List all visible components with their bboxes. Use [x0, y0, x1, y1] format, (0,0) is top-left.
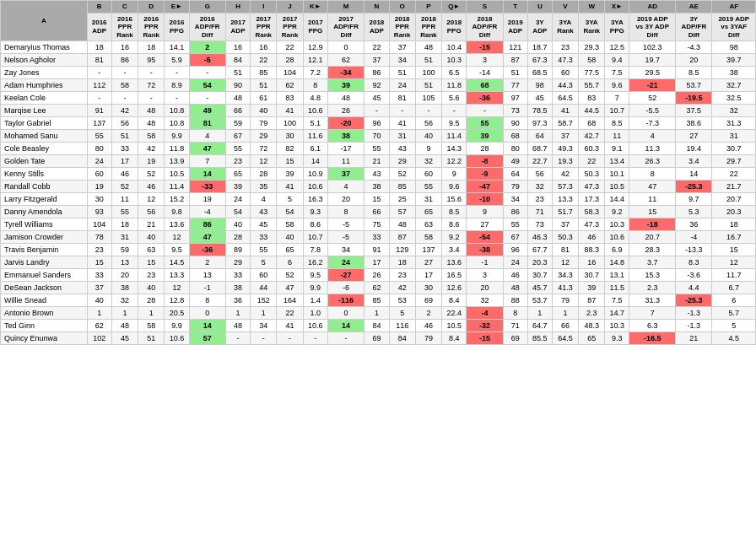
cell-x: 14.8 [605, 256, 629, 269]
cell-af: 4.5 [712, 332, 756, 345]
cell-ad: -21 [629, 79, 676, 92]
cell-n: 70 [364, 130, 389, 143]
cell-j: 47 [277, 282, 303, 294]
cell-e: - [165, 67, 189, 79]
col-b-label: 2016ADP [87, 13, 111, 41]
cell-j: 41 [277, 105, 303, 117]
cell-b: 80 [87, 143, 111, 155]
cell-o: 53 [389, 294, 415, 307]
cell-u: 46.3 [527, 231, 552, 244]
cell-d: 58 [138, 320, 165, 332]
cell-ae: 21 [676, 332, 712, 345]
cell-q: 5.6 [442, 92, 467, 105]
cell-e: - [165, 92, 189, 105]
cell-w: 47.3 [579, 181, 605, 193]
cell-t: 49 [503, 155, 527, 168]
cell-c: 48 [111, 320, 138, 332]
cell-c: 56 [111, 117, 138, 130]
cell-n: 85 [364, 294, 389, 307]
cell-k: 10.6 [303, 181, 327, 193]
cell-b: 18 [87, 41, 111, 54]
cell-d: 46 [138, 181, 165, 193]
cell-d: 95 [138, 54, 165, 67]
cell-c: 20 [111, 269, 138, 282]
cell-d: 72 [138, 79, 165, 92]
cell-e: 14.5 [165, 256, 189, 269]
cell-w: 30.7 [579, 269, 605, 282]
cell-c: 46 [111, 168, 138, 181]
player-name: Golden Tate [1, 155, 88, 168]
cell-o: 42 [389, 282, 415, 294]
cell-d: 40 [138, 231, 165, 244]
cell-ad: -18 [629, 218, 676, 231]
col-o-header: O [389, 1, 415, 13]
cell-u: 22.7 [527, 155, 552, 168]
player-name: Antonio Brown [1, 307, 88, 320]
cell-i: 4 [251, 193, 277, 206]
cell-af: 16.7 [712, 231, 756, 244]
cell-j: 22 [277, 41, 303, 54]
cell-af: 18 [712, 218, 756, 231]
cell-i: 44 [251, 282, 277, 294]
table-row: Travis Benjamin2359639.5-368955657.83491… [1, 244, 756, 256]
cell-s: 3 [467, 269, 503, 282]
cell-u: 64.7 [527, 320, 552, 332]
cell-n: 43 [364, 168, 389, 181]
cell-x: 10.7 [605, 105, 629, 117]
cell-x: 9.3 [605, 332, 629, 345]
cell-ad: 28.3 [629, 244, 676, 256]
table-row: Jamison Crowder783140124728334010.7-5338… [1, 231, 756, 244]
cell-q: 8.5 [442, 206, 467, 218]
cell-d: 52 [138, 168, 165, 181]
cell-b: 62 [87, 320, 111, 332]
player-name: Quincy Enunwa [1, 332, 88, 345]
cell-j: 83 [277, 92, 303, 105]
col-u-label: 3YADP [527, 13, 552, 41]
cell-t: 96 [503, 244, 527, 256]
cell-u: 67.7 [527, 244, 552, 256]
cell-n: 26 [364, 269, 389, 282]
cell-ae: -25.3 [676, 181, 712, 193]
cell-af: 12 [712, 256, 756, 269]
player-name: Jarvis Landry [1, 256, 88, 269]
cell-h: 48 [225, 92, 250, 105]
player-name: Taylor Gabriel [1, 117, 88, 130]
cell-w: 42.7 [579, 130, 605, 143]
cell-ad: 11 [629, 193, 676, 206]
cell-s: 20 [467, 282, 503, 294]
col-i-header: I [251, 1, 277, 13]
table-row: Quincy Enunwa102455110.657-----6984798.4… [1, 332, 756, 345]
cell-u: 68.7 [527, 143, 552, 155]
cell-af: 15 [712, 244, 756, 256]
table-row: Zay Jones-----51851047.2-3486511006.5-14… [1, 67, 756, 79]
cell-j: 58 [277, 218, 303, 231]
cell-e: 10.5 [165, 168, 189, 181]
cell-e: 9.9 [165, 130, 189, 143]
cell-c: 11 [111, 193, 138, 206]
cell-q: 12.6 [442, 282, 467, 294]
cell-h: 40 [225, 218, 250, 231]
cell-o: 37 [389, 41, 415, 54]
player-name: Cole Beasley [1, 143, 88, 155]
cell-ad: 6.3 [629, 320, 676, 332]
cell-k: 10.7 [303, 231, 327, 244]
cell-ae: -19.5 [676, 92, 712, 105]
cell-g: -1 [189, 282, 225, 294]
cell-h: 67 [225, 130, 250, 143]
cell-ae: -1.3 [676, 307, 712, 320]
cell-e: 13.9 [165, 155, 189, 168]
cell-w: 87 [579, 294, 605, 307]
header-row-2: 2016ADP 2016PPRRank 2016PPRRank 2016PPG … [1, 13, 756, 41]
cell-i: 35 [251, 181, 277, 193]
cell-o: 57 [389, 206, 415, 218]
col-e-label: 2016PPG [165, 13, 189, 41]
cell-s: -38 [467, 244, 503, 256]
cell-ad: -5.5 [629, 105, 676, 117]
cell-t: 46 [503, 269, 527, 282]
cell-k: 8 [303, 79, 327, 92]
cell-p: 51 [415, 54, 441, 67]
cell-t: 48 [503, 282, 527, 294]
cell-o: 29 [389, 155, 415, 168]
table-row: Randall Cobb19524611.4-3339354110.643885… [1, 181, 756, 193]
cell-w: 83 [579, 92, 605, 105]
